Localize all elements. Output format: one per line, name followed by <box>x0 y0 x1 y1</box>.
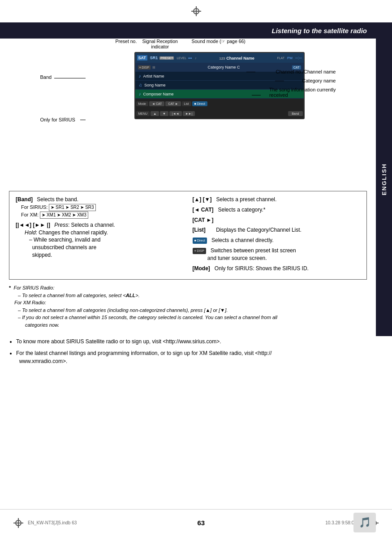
cat-icon: ⊞ <box>152 65 155 69</box>
direct-desc: ■ Direct Selects a channel directly. <box>193 237 361 244</box>
channel-line <box>246 72 255 72</box>
page-number: 63 <box>197 519 205 527</box>
song-name: Song Name <box>144 83 166 87</box>
desc-left-col: [Band] Selects the band. For SIRIUS: ➤ S… <box>16 196 184 275</box>
disp-icon: ≡ DISP <box>193 248 206 254</box>
cat-left-button[interactable]: ◄ CAT <box>149 101 164 106</box>
searching-text: – While searching, invalid and <box>29 237 100 243</box>
device-ctrl-row1: Mode ◄ CAT CAT ► List ■ Direct <box>135 99 304 108</box>
prev-next-desc: [|◄◄] [►► |] Press: Selects a channel. H… <box>16 221 184 259</box>
music-icon-box: 🎵 <box>353 513 376 532</box>
bottom-bar: EN_KW-NT3[J]5.indb 63 63 10.3.28 9:58:00… <box>0 509 392 536</box>
unsubscribed-text: unsubscribed channels are <box>29 244 96 251</box>
disp-desc: ≡ DISP Switches between preset list scre… <box>193 247 361 262</box>
song-icon: ♫ <box>139 82 142 87</box>
band-button[interactable]: Band <box>288 111 302 116</box>
direct-button[interactable]: ■ Direct <box>192 101 207 106</box>
device-screen: SAT SR1 PRESET LEVEL ▪▪▪ ♪ 123 Channel N… <box>134 52 305 119</box>
footnote-p1: * For SIRIUS Radio: <box>9 284 367 292</box>
only-sirius-annotation: Only for SIRIUS <box>40 117 75 122</box>
category-name-annotation: Category name <box>302 78 336 83</box>
footnote-p2: – To select a channel from all categorie… <box>18 292 367 299</box>
level-bars: ▪▪▪ <box>188 56 192 60</box>
bullet-1: To know more about SIRIUS Satellite radi… <box>16 337 367 346</box>
footnote-p3: For XM Radio: <box>14 299 367 307</box>
device-top-bar: SAT SR1 PRESET LEVEL ▪▪▪ ♪ 123 Channel N… <box>135 53 304 63</box>
prev-next-key: [|◄◄] [►► |] <box>16 222 50 228</box>
channel-number: 123 <box>219 56 225 61</box>
music-note-icon: 🎵 <box>359 517 371 528</box>
prev-next-val: Press: Selects a channel. <box>54 222 115 228</box>
list-key: [List] <box>193 227 206 233</box>
footnote-p5: – If you do not select a channel within … <box>18 314 367 321</box>
diagram-wrapper: Preset no. Signal Receptionindicator Sou… <box>40 39 336 186</box>
preset-badge: PRESET <box>159 56 174 60</box>
skipped-text: skipped. <box>29 252 52 258</box>
next-button[interactable]: ►►| <box>183 111 195 116</box>
direct-icon: ■ Direct <box>193 238 207 244</box>
main-content: Preset no. Signal Receptionindicator Sou… <box>9 39 367 509</box>
sound-mode-label: Sound mode (☞ page 66) <box>192 39 246 44</box>
desc-right-col: [▲] [▼] Selects a preset channel. [◄ CAT… <box>193 196 361 275</box>
time-display: --:-- <box>295 56 302 60</box>
level-label: LEVEL <box>177 56 186 60</box>
mode-desc: [Mode] Only for SIRIUS: Shows the SIRIUS… <box>193 265 361 272</box>
cat-left-key: [◄ CAT] <box>193 207 214 213</box>
composer-name: Composer Name <box>143 92 174 96</box>
channel-name: Channel Name <box>226 56 254 61</box>
english-sidebar: ENGLISH <box>376 22 392 336</box>
category-name-display: Category Name C <box>157 65 290 69</box>
cat-left-desc: [◄ CAT] Selects a category.* <box>193 206 361 214</box>
preset-label: Preset no. <box>116 39 137 44</box>
list-button[interactable]: List <box>182 101 191 106</box>
menu-button[interactable]: MENU <box>136 111 150 116</box>
sirius-line <box>80 120 86 120</box>
sr1-text: SR1 <box>150 56 158 60</box>
for-xm-text: For XM: ➤ XM1 ➤ XM2 ➤ XM3 <box>21 212 88 217</box>
mode-key: [Mode] <box>193 265 210 272</box>
updown-key: [▲] [▼] <box>193 196 212 203</box>
footnote-p4: – To select a channel from all categorie… <box>18 307 367 314</box>
cat-left-val: Selects a category.* <box>218 207 266 213</box>
band-line <box>54 78 86 78</box>
footnote-p6: categories now. <box>25 321 367 329</box>
bullets-section: To know more about SIRIUS Satellite radi… <box>9 337 367 365</box>
artist-name: Artist Name <box>143 74 164 78</box>
hold-text: Hold: Changes the channel rapidly. <box>25 229 108 236</box>
device-block: SAT SR1 PRESET LEVEL ▪▪▪ ♪ 123 Channel N… <box>85 52 251 119</box>
song-info-annotation: The song information currentlyreceived <box>269 87 336 98</box>
band-val: Selects the band. <box>37 196 78 203</box>
bullet-2: For the latest channel listings and prog… <box>16 349 367 365</box>
artist-icon: ♪ <box>139 73 141 78</box>
device-ctrl-row2: MENU ▲ ▼ |◄◄ ►►| Band <box>135 108 304 118</box>
mode-button[interactable]: Mode <box>136 101 149 106</box>
prev-button[interactable]: |◄◄ <box>169 111 182 116</box>
flat-indicator: FLAT <box>277 56 284 60</box>
title-bar: Listening to the satellite radio <box>0 22 376 39</box>
header-crosshair <box>191 6 201 16</box>
bottom-left-crosshair <box>13 518 23 528</box>
composer-icon: ♪ <box>139 91 141 96</box>
band-key: [Band] <box>16 196 33 203</box>
channel-no-annotation: Channel no./Channel name <box>276 69 336 74</box>
cat-right-button[interactable]: CAT ► <box>165 101 181 106</box>
direct-val: Selects a channel directly. <box>211 237 274 243</box>
band-desc: [Band] Selects the band. For SIRIUS: ➤ S… <box>16 196 184 219</box>
down-button[interactable]: ▼ <box>160 111 168 116</box>
disp-val: Switches between preset list screen and … <box>193 247 296 261</box>
disp-button[interactable]: ≡ DISP <box>138 65 151 69</box>
header-bar <box>0 0 392 22</box>
updown-desc: [▲] [▼] Selects a preset channel. <box>193 196 361 203</box>
cat-right-key: [CAT ►] <box>193 217 214 223</box>
song-info-line <box>252 95 261 95</box>
sat-badge: SAT <box>137 55 147 61</box>
music-note: ♪ <box>195 56 197 60</box>
two-col-desc: [Band] Selects the band. For SIRIUS: ➤ S… <box>16 196 360 275</box>
bottom-left-text: EN_KW-NT3[J]5.indb 63 <box>28 520 77 525</box>
mode-val: Only for SIRIUS: Shows the SIRIUS ID. <box>215 265 309 272</box>
page-title: Listening to the satellite radio <box>271 27 367 35</box>
signal-label: Signal Receptionindicator <box>142 39 178 49</box>
up-button[interactable]: ▲ <box>151 111 159 116</box>
updown-val: Selects a preset channel. <box>216 196 277 203</box>
band-annotation: Band <box>40 74 52 80</box>
